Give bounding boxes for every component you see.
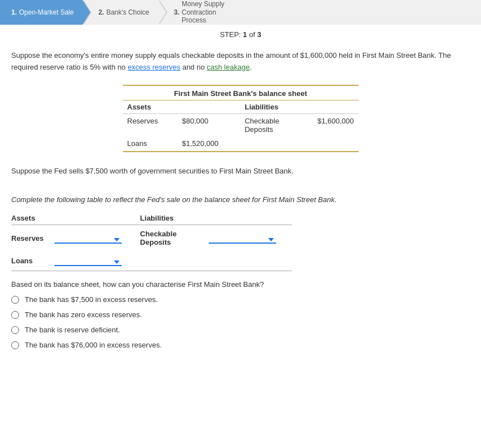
interactive-balance-sheet: Assets Liabilities Reserves Checkable De… — [11, 212, 292, 271]
balance-sheet-row-1: Reserves $80,000 Checkable Deposits $1,6… — [123, 113, 359, 136]
radio-group: The bank has $7,500 in excess reserves. … — [11, 295, 470, 349]
step-3-number: 3. — [174, 8, 180, 16]
checkable-deposits-dropdown[interactable] — [209, 237, 276, 244]
loans-dropdown-arrow — [114, 260, 120, 264]
loans-value: $1,520,000 — [177, 136, 240, 152]
checkable-deposits-value: $1,600,000 — [313, 113, 358, 136]
radio-circle-4 — [11, 341, 19, 349]
step-1[interactable]: 1. Open-Market Sale — [0, 0, 83, 25]
fed-sells-text: Suppose the Fed sells $7,500 worth of go… — [11, 166, 470, 177]
checkable-deposits-label: Checkable Deposits — [240, 113, 313, 136]
interactive-row-loans: Loans — [11, 251, 292, 271]
balance-sheet-row-2: Loans $1,520,000 — [123, 136, 359, 152]
loans-label: Loans — [123, 136, 178, 152]
intro-text-3: . — [250, 63, 252, 71]
balance-sheet-header-row: Assets Liabilities — [123, 100, 359, 113]
interactive-checkable-label: Checkable Deposits — [140, 225, 209, 252]
radio-label-4: The bank has $76,000 in excess reserves. — [25, 341, 162, 349]
complete-table-text: Complete the following table to reflect … — [11, 194, 470, 206]
interactive-loans-label: Loans — [11, 251, 54, 271]
radio-label-2: The bank has zero excess reserves. — [25, 310, 142, 319]
interactive-assets-header: Assets — [11, 212, 140, 225]
radio-circle-3 — [11, 326, 19, 334]
step-indicator: STEP: 1 of 3 — [0, 25, 481, 43]
loans-liability-label — [240, 136, 313, 152]
reserves-label: Reserves — [123, 113, 178, 136]
assets-header: Assets — [123, 100, 240, 113]
main-content: Suppose the economy's entire money suppl… — [0, 43, 481, 367]
intro-text-2: and no — [180, 63, 207, 71]
interactive-row-reserves: Reserves Checkable Deposits — [11, 225, 292, 252]
reserves-dropdown[interactable] — [54, 237, 122, 244]
interactive-loans-dropdown-cell[interactable] — [54, 251, 140, 271]
intro-paragraph: Suppose the economy's entire money suppl… — [11, 50, 470, 74]
step-1-label: Open-Market Sale — [19, 8, 74, 16]
interactive-header-row: Assets Liabilities — [11, 212, 292, 225]
step-3-label: Money Supply Contraction Process — [182, 0, 227, 24]
step-2-number: 2. — [98, 8, 104, 16]
step-2[interactable]: 2. Bank's Choice — [83, 0, 158, 25]
checkable-deposits-dropdown-arrow — [268, 238, 274, 241]
step-2-label: Bank's Choice — [106, 8, 149, 16]
excess-reserves-link[interactable]: excess reserves — [127, 63, 180, 71]
static-balance-sheet: First Main Street Bank's balance sheet A… — [123, 85, 359, 152]
interactive-reserves-dropdown-cell[interactable] — [54, 225, 140, 252]
step-separator: of — [247, 30, 257, 39]
liabilities-header: Liabilities — [240, 100, 359, 113]
steps-bar: 1. Open-Market Sale 2. Bank's Choice 3. … — [0, 0, 481, 25]
radio-circle-2 — [11, 311, 19, 319]
radio-option-2[interactable]: The bank has zero excess reserves. — [11, 310, 470, 319]
interactive-liabilities-header: Liabilities — [140, 212, 292, 225]
interactive-reserves-label: Reserves — [11, 225, 54, 252]
step-indicator-prefix: STEP: — [220, 30, 243, 39]
loans-dropdown[interactable] — [54, 259, 122, 266]
interactive-loans-liability-value — [209, 251, 292, 271]
step-3[interactable]: 3. Money Supply Contraction Process — [158, 0, 236, 25]
reserves-dropdown-arrow — [114, 238, 120, 241]
step-current: 1 — [243, 30, 247, 39]
balance-sheet-title: First Main Street Bank's balance sheet — [123, 85, 359, 100]
step-1-number: 1. — [11, 8, 17, 16]
radio-circle-1 — [11, 296, 19, 304]
radio-option-3[interactable]: The bank is reserve deficient. — [11, 326, 470, 334]
radio-option-1[interactable]: The bank has $7,500 in excess reserves. — [11, 295, 470, 304]
radio-label-1: The bank has $7,500 in excess reserves. — [25, 295, 158, 304]
balance-sheet-title-row: First Main Street Bank's balance sheet — [123, 85, 359, 100]
reserves-value: $80,000 — [177, 113, 240, 136]
loans-liability-value — [313, 136, 358, 152]
question-text: Based on its balance sheet, how can you … — [11, 280, 470, 289]
radio-label-3: The bank is reserve deficient. — [25, 326, 120, 334]
radio-option-4[interactable]: The bank has $76,000 in excess reserves. — [11, 341, 470, 349]
cash-leakage-link[interactable]: cash leakage — [207, 63, 250, 71]
step-total: 3 — [257, 30, 261, 39]
interactive-checkable-dropdown-cell[interactable] — [209, 225, 292, 252]
interactive-loans-liability-empty — [140, 251, 209, 271]
